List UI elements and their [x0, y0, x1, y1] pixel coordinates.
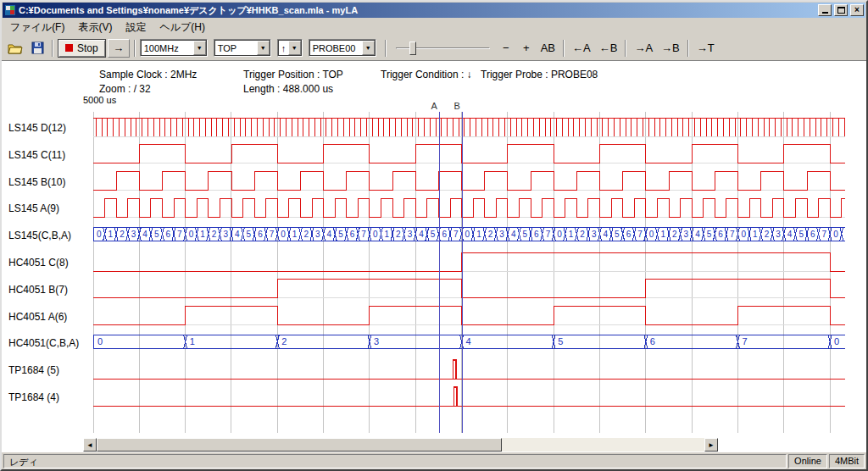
- close-icon: ×: [854, 6, 860, 14]
- channel-label: HC4051 B(7): [8, 284, 68, 296]
- bus-value: 2: [281, 336, 287, 346]
- status-bar: レディ Online 4MBit: [2, 452, 866, 469]
- bus-value: 5: [615, 230, 620, 239]
- move-marker-b-left-button[interactable]: ←B: [596, 40, 621, 56]
- bus-value: 4: [695, 230, 700, 239]
- menu-view[interactable]: 表示(V): [71, 19, 119, 36]
- chevron-down-icon[interactable]: ▼: [288, 41, 301, 55]
- time-scale-label: 5000 us: [83, 95, 117, 105]
- bus-value: 1: [108, 230, 114, 239]
- zoom-ab-button[interactable]: AB: [537, 40, 559, 56]
- menu-file[interactable]: ファイル(F): [3, 19, 71, 36]
- toolbar: Stop → 100MHz ▼ TOP ▼ ↑ ▼ PROBE00 ▼ − + …: [2, 36, 866, 61]
- move-marker-b-right-button[interactable]: →B: [658, 40, 683, 56]
- channel-label: LS145 B(10): [8, 176, 65, 188]
- open-folder-icon: [8, 42, 23, 54]
- bus-value: 7: [270, 230, 275, 239]
- stop-button[interactable]: Stop: [58, 39, 106, 58]
- bus-value: 5: [431, 230, 436, 239]
- save-button[interactable]: [27, 39, 47, 58]
- bus-value: 6: [258, 230, 263, 239]
- bus-value: 6: [534, 230, 539, 239]
- channel-label: LS145(C,B,A): [8, 230, 71, 241]
- bus-value: 4: [235, 230, 240, 239]
- bus-value: 1: [476, 230, 481, 239]
- bus-value: 3: [776, 230, 781, 239]
- channel-label: LS145 D(12): [8, 122, 66, 134]
- sample-clock-select[interactable]: 100MHz ▼: [140, 39, 208, 57]
- toolbar-separator: [385, 40, 387, 57]
- bus-value: 2: [120, 230, 125, 239]
- trigger-edge-select[interactable]: ↑ ▼: [277, 39, 303, 57]
- bus-value: 4: [511, 230, 516, 239]
- channel-label: LS145 A(9): [8, 202, 59, 214]
- bus-value: 7: [742, 336, 747, 346]
- toolbar-separator: [134, 40, 136, 57]
- move-marker-a-right-button[interactable]: →A: [631, 40, 656, 56]
- floppy-icon: [31, 42, 44, 54]
- open-button[interactable]: [5, 39, 25, 58]
- zoom-slider-thumb[interactable]: [409, 42, 416, 55]
- scroll-right-button[interactable]: ►: [704, 438, 718, 452]
- bus-value: 1: [753, 230, 758, 239]
- scroll-left-button[interactable]: ◄: [83, 438, 97, 452]
- bus-value: 4: [142, 230, 147, 239]
- zoom-out-button[interactable]: −: [497, 40, 515, 56]
- menu-help[interactable]: ヘルプ(H): [153, 19, 212, 36]
- bus-value: 5: [522, 230, 527, 239]
- minimize-button[interactable]: [818, 4, 832, 16]
- sample-clock-info: Sample Clock : 2MHz: [99, 69, 197, 80]
- minimize-icon: [822, 8, 828, 14]
- horizontal-scrollbar[interactable]: ◄ ►: [83, 438, 718, 452]
- chevron-down-icon[interactable]: ▼: [362, 41, 375, 55]
- bus-value: 1: [660, 230, 665, 239]
- bus-value: 4: [787, 230, 793, 239]
- sample-clock-value: 100MHz: [141, 43, 193, 53]
- chevron-down-icon[interactable]: ▼: [257, 41, 270, 55]
- marker-label: A: [431, 101, 437, 111]
- goto-trigger-button[interactable]: →T: [693, 40, 718, 56]
- bus-value: 2: [212, 230, 217, 239]
- bus-value: 5: [707, 230, 712, 239]
- bus-value: 1: [200, 230, 205, 239]
- bus-value: 5: [558, 336, 563, 346]
- channel-label: HC4051(C,B,A): [8, 337, 79, 349]
- bus-value: 4: [327, 230, 332, 239]
- bus-value: 4: [466, 336, 471, 346]
- marker-label: B: [454, 101, 460, 111]
- run-button[interactable]: →: [108, 39, 130, 58]
- bus-value: 7: [453, 230, 459, 239]
- trigger-probe-value: PROBE00: [309, 43, 362, 53]
- stop-icon: [65, 44, 73, 52]
- bus-value: 0: [834, 336, 839, 346]
- title-bar[interactable]: C:¥Documents and Settings¥noname¥デスクトップ¥…: [3, 3, 865, 18]
- move-marker-a-left-button[interactable]: ←A: [569, 40, 594, 56]
- bus-value: 2: [303, 230, 309, 239]
- trigger-condition-info: Trigger Condition : ↓: [381, 69, 472, 80]
- maximize-button[interactable]: [834, 4, 848, 16]
- bus-value: 6: [442, 230, 447, 239]
- trigger-position-value: TOP: [214, 43, 257, 53]
- bus-value: 0: [189, 230, 194, 239]
- close-button[interactable]: ×: [850, 4, 864, 16]
- zoom-in-button[interactable]: +: [517, 40, 536, 56]
- bus-value: 4: [419, 230, 424, 239]
- channel-label: HC4051 A(6): [8, 311, 67, 323]
- trigger-position-select[interactable]: TOP ▼: [214, 39, 271, 57]
- zoom-slider[interactable]: [394, 39, 492, 58]
- menu-settings[interactable]: 設定: [119, 19, 153, 36]
- app-icon: [4, 4, 16, 16]
- chevron-down-icon[interactable]: ▼: [193, 41, 206, 55]
- scroll-thumb[interactable]: [97, 438, 502, 452]
- maximize-icon: [837, 7, 845, 14]
- bus-value: 0: [649, 230, 654, 239]
- bus-value: 0: [741, 230, 746, 239]
- bus-value: 5: [154, 230, 159, 239]
- bus-value: 2: [765, 230, 770, 239]
- bus-value: 3: [315, 230, 320, 239]
- bus-value: 6: [350, 230, 355, 239]
- trigger-probe-select[interactable]: PROBE00 ▼: [309, 39, 376, 57]
- bus-value: 6: [626, 230, 632, 239]
- bus-value: 4: [604, 230, 609, 239]
- bus-value: 7: [637, 230, 643, 239]
